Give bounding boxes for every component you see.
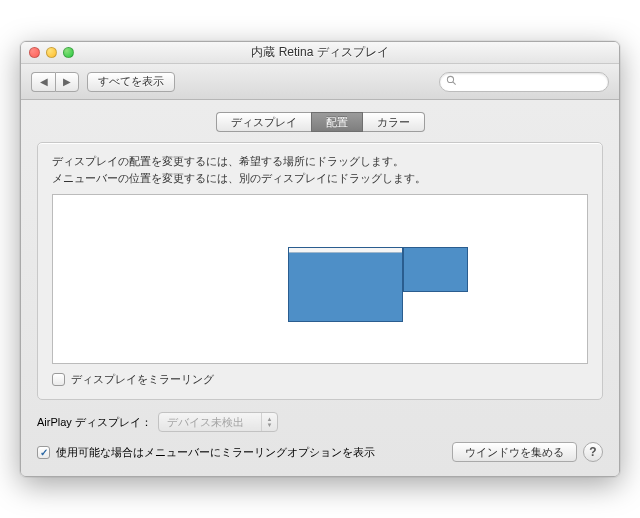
search-field[interactable]	[439, 72, 609, 92]
search-icon	[446, 75, 457, 88]
help-button[interactable]: ?	[583, 442, 603, 462]
popup-arrows-icon: ▲▼	[261, 413, 277, 431]
titlebar[interactable]: 内蔵 Retina ディスプレイ	[21, 42, 619, 64]
arrangement-group: ディスプレイの配置を変更するには、希望する場所にドラッグします。 メニューバーの…	[37, 142, 603, 400]
instructions: ディスプレイの配置を変更するには、希望する場所にドラッグします。 メニューバーの…	[52, 153, 588, 186]
tabs: ディスプレイ 配置 カラー	[37, 112, 603, 132]
menubar-handle[interactable]	[289, 248, 402, 253]
content-area: ディスプレイ 配置 カラー ディスプレイの配置を変更するには、希望する場所にドラ…	[21, 100, 619, 476]
footer-row: 使用可能な場合はメニューバーにミラーリングオプションを表示 ウインドウを集める …	[37, 442, 603, 462]
show-all-button[interactable]: すべてを表示	[87, 72, 175, 92]
forward-button[interactable]: ▶	[55, 72, 79, 92]
svg-point-0	[447, 76, 453, 82]
search-input[interactable]	[461, 75, 603, 89]
airplay-label: AirPlay ディスプレイ：	[37, 415, 152, 430]
tab-display[interactable]: ディスプレイ	[216, 112, 311, 132]
gather-windows-label: ウインドウを集める	[465, 445, 564, 460]
mirror-checkbox[interactable]	[52, 373, 65, 386]
tab-arrangement-label: 配置	[326, 115, 348, 130]
instructions-line1: ディスプレイの配置を変更するには、希望する場所にドラッグします。	[52, 153, 588, 170]
chevron-right-icon: ▶	[63, 76, 71, 87]
airplay-popup: デバイス未検出 ▲▼	[158, 412, 278, 432]
tab-color-label: カラー	[377, 115, 410, 130]
help-icon: ?	[589, 445, 596, 459]
tab-color[interactable]: カラー	[363, 112, 425, 132]
arrangement-canvas[interactable]	[52, 194, 588, 364]
prefs-window: 内蔵 Retina ディスプレイ ◀ ▶ すべてを表示 ディスプレイ	[20, 41, 620, 477]
show-mirror-option-label: 使用可能な場合はメニューバーにミラーリングオプションを表示	[56, 445, 375, 460]
window-title: 内蔵 Retina ディスプレイ	[21, 44, 619, 61]
minimize-icon[interactable]	[46, 47, 57, 58]
close-icon[interactable]	[29, 47, 40, 58]
display-external[interactable]	[403, 247, 468, 292]
airplay-row: AirPlay ディスプレイ： デバイス未検出 ▲▼	[37, 412, 603, 432]
show-all-label: すべてを表示	[98, 74, 164, 89]
zoom-icon[interactable]	[63, 47, 74, 58]
instructions-line2: メニューバーの位置を変更するには、別のディスプレイにドラッグします。	[52, 170, 588, 187]
chevron-left-icon: ◀	[40, 76, 48, 87]
show-mirror-option-checkbox[interactable]	[37, 446, 50, 459]
display-main[interactable]	[288, 247, 403, 322]
toolbar: ◀ ▶ すべてを表示	[21, 64, 619, 100]
tab-display-label: ディスプレイ	[231, 115, 297, 130]
mirror-row: ディスプレイをミラーリング	[52, 372, 588, 387]
back-button[interactable]: ◀	[31, 72, 55, 92]
svg-line-1	[453, 82, 456, 85]
gather-windows-button[interactable]: ウインドウを集める	[452, 442, 577, 462]
traffic-lights	[21, 47, 74, 58]
nav-group: ◀ ▶	[31, 72, 79, 92]
mirror-label: ディスプレイをミラーリング	[71, 372, 214, 387]
tab-arrangement[interactable]: 配置	[311, 112, 363, 132]
airplay-selected: デバイス未検出	[167, 415, 244, 430]
